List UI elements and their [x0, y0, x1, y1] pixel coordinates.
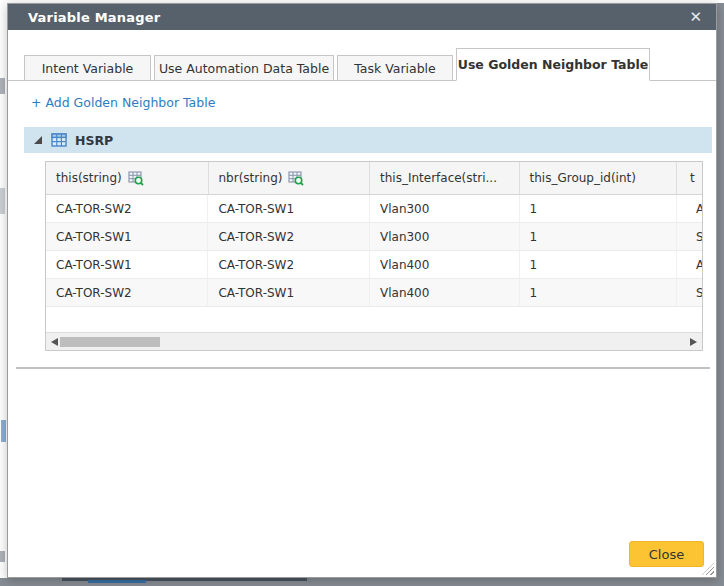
column-header-label: t	[690, 171, 695, 185]
cell-clipped: S	[677, 223, 702, 250]
table-lookup-icon[interactable]	[128, 171, 144, 186]
background-page-right-sliver	[717, 3, 724, 586]
grid-header-row: this(string) nbr(st	[46, 162, 702, 195]
horizontal-scrollbar[interactable]	[46, 332, 702, 350]
cell-nbr: CA-TOR-SW1	[208, 279, 370, 306]
tab-task-variable[interactable]: Task Variable	[337, 55, 453, 81]
dialog-title: Variable Manager	[20, 10, 160, 25]
cell-this-group-id: 1	[520, 195, 678, 222]
table-row[interactable]: CA-TOR-SW1 CA-TOR-SW2 Vlan300 1 S	[46, 223, 702, 251]
column-header-this-group-id[interactable]: this_Group_id(int)	[520, 162, 678, 194]
column-header-clipped[interactable]: t	[677, 162, 702, 194]
screen: Variable Manager ✕ Intent Variable Use A…	[0, 0, 724, 586]
column-header-nbr[interactable]: nbr(string)	[209, 162, 371, 194]
tree-item-hsrp[interactable]: HSRP	[24, 127, 712, 153]
cell-this-group-id: 1	[520, 251, 678, 278]
table-lookup-icon[interactable]	[288, 171, 304, 186]
tab-label: Intent Variable	[42, 61, 134, 76]
tab-label: Use Automation Data Table	[159, 61, 329, 76]
cell-this: CA-TOR-SW1	[46, 251, 208, 278]
column-header-label: this_Group_id(int)	[530, 171, 636, 185]
table-row[interactable]: CA-TOR-SW1 CA-TOR-SW2 Vlan400 1 A	[46, 251, 702, 279]
cell-clipped: S	[677, 279, 702, 306]
column-header-this[interactable]: this(string)	[46, 162, 209, 194]
tabstrip: Intent Variable Use Automation Data Tabl…	[24, 48, 650, 81]
variable-manager-dialog: Variable Manager ✕ Intent Variable Use A…	[7, 3, 717, 578]
cell-this-interface: Vlan400	[370, 251, 520, 278]
column-header-this-interface[interactable]: this_Interface(stri...	[370, 162, 520, 194]
table-row[interactable]: CA-TOR-SW2 CA-TOR-SW1 Vlan300 1 A	[46, 195, 702, 223]
cell-this-interface: Vlan300	[370, 195, 520, 222]
tab-label: Use Golden Neighbor Table	[458, 57, 648, 72]
dialog-titlebar[interactable]: Variable Manager ✕	[8, 4, 716, 30]
golden-neighbor-data-grid: this(string) nbr(st	[45, 161, 703, 351]
cell-clipped: A	[677, 195, 702, 222]
add-golden-neighbor-table-link[interactable]: + Add Golden Neighbor Table	[31, 95, 215, 110]
cell-this: CA-TOR-SW2	[46, 195, 208, 222]
column-header-label: this(string)	[56, 171, 122, 185]
column-header-label: this_Interface(stri...	[380, 171, 497, 185]
cell-this: CA-TOR-SW2	[46, 279, 208, 306]
column-header-label: nbr(string)	[219, 171, 283, 185]
cell-nbr: CA-TOR-SW2	[208, 223, 370, 250]
tree-item-label: HSRP	[75, 133, 113, 148]
cell-this: CA-TOR-SW1	[46, 223, 208, 250]
scrollbar-thumb[interactable]	[60, 337, 160, 347]
background-text-fragment	[88, 580, 146, 583]
table-grid-icon	[51, 133, 67, 147]
background-text-fragment	[0, 188, 5, 214]
close-button[interactable]: Close	[629, 541, 704, 567]
cell-this-group-id: 1	[520, 279, 678, 306]
cell-this-interface: Vlan400	[370, 279, 520, 306]
scroll-right-arrow-icon[interactable]	[690, 338, 697, 346]
background-text-fragment	[0, 78, 5, 94]
cell-nbr: CA-TOR-SW2	[208, 251, 370, 278]
tab-label: Task Variable	[354, 61, 436, 76]
content-divider	[16, 367, 710, 369]
scroll-left-arrow-icon[interactable]	[51, 338, 58, 346]
background-text-fragment	[1, 420, 6, 442]
tab-use-golden-neighbor-table[interactable]: Use Golden Neighbor Table	[456, 48, 650, 81]
tab-use-automation-data-table[interactable]: Use Automation Data Table	[154, 55, 334, 81]
cell-clipped: A	[677, 251, 702, 278]
cell-nbr: CA-TOR-SW1	[208, 195, 370, 222]
tab-intent-variable[interactable]: Intent Variable	[24, 55, 151, 81]
background-text-fragment	[0, 551, 5, 562]
cell-this-group-id: 1	[520, 223, 678, 250]
cell-this-interface: Vlan300	[370, 223, 520, 250]
table-row[interactable]: CA-TOR-SW2 CA-TOR-SW1 Vlan400 1 S	[46, 279, 702, 307]
collapse-expanded-icon[interactable]	[34, 136, 42, 144]
close-icon[interactable]: ✕	[685, 7, 706, 27]
